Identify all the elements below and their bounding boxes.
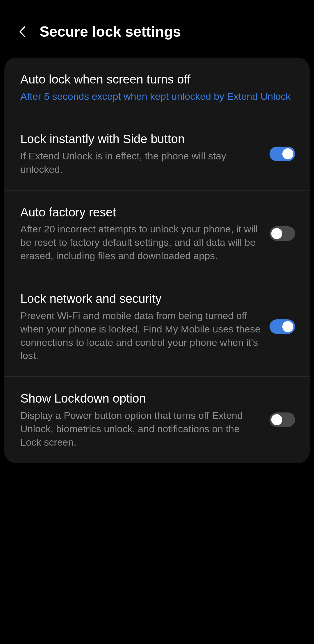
setting-subtitle: After 5 seconds except when kept unlocke… [20,90,295,103]
toggle-knob [282,148,293,159]
setting-auto-factory-reset[interactable]: Auto factory reset After 20 incorrect at… [4,191,310,277]
setting-auto-lock[interactable]: Auto lock when screen turns off After 5 … [4,58,310,117]
toggle-auto-factory-reset[interactable] [270,226,295,241]
toggle-show-lockdown[interactable] [270,412,295,427]
back-button[interactable] [17,26,28,37]
chevron-left-icon [18,26,27,38]
setting-text: Auto factory reset After 20 incorrect at… [20,204,261,263]
setting-title: Lock network and security [20,291,261,307]
setting-title: Show Lockdown option [20,391,261,407]
setting-subtitle: Display a Power button option that turns… [20,409,261,449]
toggle-knob [271,228,282,239]
setting-subtitle: If Extend Unlock is in effect, the phone… [20,150,261,176]
toggle-knob [271,414,282,425]
setting-title: Auto factory reset [20,204,261,220]
setting-text: Lock network and security Prevent Wi-Fi … [20,291,261,362]
settings-card: Auto lock when screen turns off After 5 … [4,58,310,463]
setting-subtitle: Prevent Wi-Fi and mobile data from being… [20,309,261,363]
header: Secure lock settings [0,0,314,55]
setting-subtitle: After 20 incorrect attempts to unlock yo… [20,223,261,263]
setting-title: Auto lock when screen turns off [20,72,295,88]
setting-text: Auto lock when screen turns off After 5 … [20,72,295,103]
setting-lock-network[interactable]: Lock network and security Prevent Wi-Fi … [4,277,310,377]
page-title: Secure lock settings [40,23,181,40]
setting-title: Lock instantly with Side button [20,131,261,147]
toggle-knob [282,321,293,332]
setting-lock-instantly[interactable]: Lock instantly with Side button If Exten… [4,117,310,190]
setting-text: Lock instantly with Side button If Exten… [20,131,261,176]
setting-text: Show Lockdown option Display a Power but… [20,391,261,449]
setting-show-lockdown[interactable]: Show Lockdown option Display a Power but… [4,377,310,463]
toggle-lock-instantly[interactable] [270,147,295,161]
toggle-lock-network[interactable] [270,319,295,334]
